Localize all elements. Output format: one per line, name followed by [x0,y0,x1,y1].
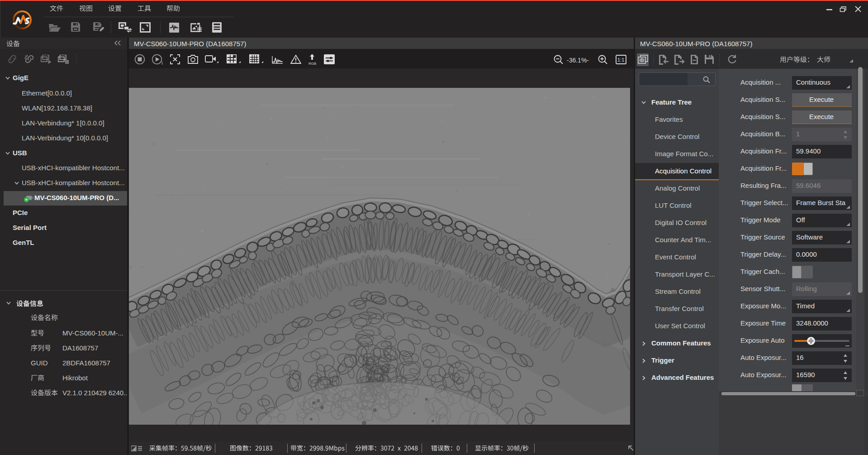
svg-text:1: 1 [161,61,163,65]
svg-text:RGB: RGB [308,62,316,65]
svg-text:1:1: 1:1 [617,57,624,62]
